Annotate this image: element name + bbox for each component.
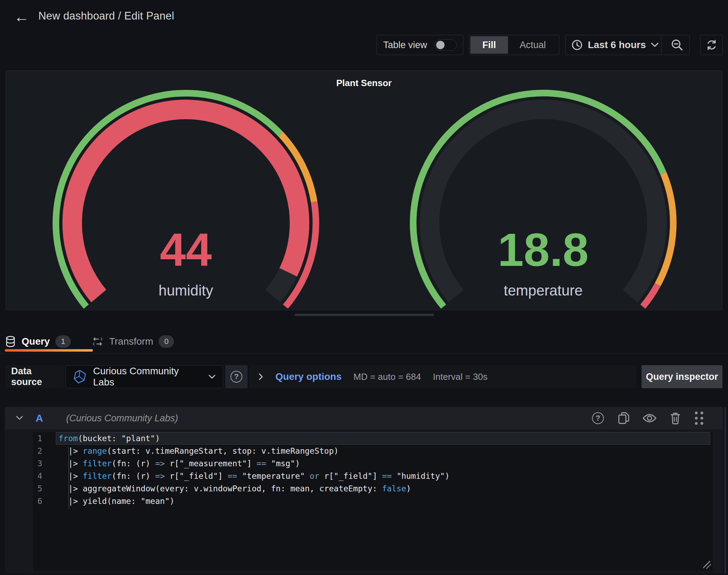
question-circle-icon: ? bbox=[592, 412, 604, 424]
duplicate-query-button[interactable] bbox=[616, 411, 631, 426]
eye-icon bbox=[642, 413, 657, 423]
datasource-label: Data source bbox=[5, 365, 63, 388]
svg-text:temperature: temperature bbox=[504, 282, 583, 299]
query-ref-id: A bbox=[36, 412, 43, 424]
fill-actual-switch: Fill Actual bbox=[469, 35, 559, 55]
query-count-badge: 1 bbox=[55, 335, 71, 348]
editor-resize-grip-icon[interactable] bbox=[703, 561, 711, 569]
code-line: 3 |> filter(fn: (r) => r["_measurement"]… bbox=[33, 457, 713, 470]
query-help-button[interactable]: ? bbox=[591, 411, 605, 426]
refresh-button[interactable] bbox=[700, 35, 723, 55]
magnifier-minus-icon bbox=[670, 38, 684, 52]
chevron-right-icon[interactable] bbox=[258, 373, 264, 381]
database-icon bbox=[5, 336, 16, 347]
query-inspector-button[interactable]: Query inspector bbox=[642, 365, 722, 388]
chevron-down-icon bbox=[651, 42, 659, 48]
trash-icon bbox=[670, 412, 681, 425]
zoom-out-button[interactable] bbox=[665, 35, 690, 55]
max-data-points-value: MD = auto = 684 bbox=[354, 371, 421, 382]
fill-button[interactable]: Fill bbox=[470, 36, 508, 54]
svg-text:18.8: 18.8 bbox=[498, 224, 589, 276]
time-range-label: Last 6 hours bbox=[588, 39, 646, 51]
code-line: 6 |> yield(name: "mean") bbox=[33, 495, 713, 507]
code-line: 2 |> range(start: v.timeRangeStart, stop… bbox=[33, 445, 713, 457]
tab-transform[interactable]: Transform 0 bbox=[92, 335, 174, 348]
query-options-toggle[interactable]: Query options bbox=[275, 371, 342, 382]
flux-code-editor[interactable]: 1from(bucket: "plant")2 |> range(start: … bbox=[33, 432, 713, 571]
question-circle-icon: ? bbox=[230, 371, 242, 383]
code-line: 1from(bucket: "plant") bbox=[33, 432, 713, 445]
code-lines: 1from(bucket: "plant")2 |> range(start: … bbox=[33, 432, 713, 507]
datasource-name: Curious Community Labs bbox=[93, 366, 202, 388]
disable-query-button[interactable] bbox=[642, 411, 657, 426]
svg-text:humidity: humidity bbox=[159, 282, 213, 299]
gauge-humidity: 44humidity bbox=[39, 64, 332, 308]
divider bbox=[661, 35, 661, 55]
clock-icon bbox=[571, 39, 583, 51]
query-row-a: A (Curious Community Labs) ? bbox=[5, 407, 723, 574]
remove-query-button[interactable] bbox=[668, 411, 683, 426]
table-view-control: Table view bbox=[377, 35, 463, 55]
divider bbox=[0, 353, 728, 353]
query-options-bar: Query options MD = auto = 684 Interval =… bbox=[250, 365, 637, 388]
table-view-label: Table view bbox=[383, 40, 427, 51]
svg-text:44: 44 bbox=[160, 224, 212, 276]
back-arrow-icon[interactable]: ← bbox=[12, 8, 31, 26]
top-nav: ← New dashboard / Edit Panel bbox=[0, 0, 728, 33]
transform-count-badge: 0 bbox=[159, 335, 174, 348]
duplicate-icon bbox=[617, 412, 630, 425]
datasource-picker[interactable]: Curious Community Labs bbox=[66, 365, 223, 388]
scrollbar[interactable] bbox=[725, 407, 726, 574]
code-line: 4 |> filter(fn: (r) => r["_field"] == "t… bbox=[33, 470, 713, 482]
table-view-toggle[interactable] bbox=[434, 39, 457, 51]
query-row-header: A (Curious Community Labs) ? bbox=[5, 407, 723, 429]
tab-query[interactable]: Query 1 bbox=[5, 335, 71, 348]
influxdb-cube-icon bbox=[73, 369, 87, 384]
active-tab-indicator bbox=[5, 349, 93, 352]
interval-value: Interval = 30s bbox=[433, 371, 487, 382]
chevron-down-icon bbox=[208, 374, 216, 380]
gauge-temperature: 18.8temperature bbox=[397, 64, 690, 308]
refresh-icon bbox=[705, 39, 718, 51]
datasource-help-button[interactable]: ? bbox=[225, 365, 248, 388]
panel-resize-handle[interactable] bbox=[295, 314, 434, 316]
tab-query-label: Query bbox=[22, 336, 50, 347]
code-line: 5 |> aggregateWindow(every: v.windowPeri… bbox=[33, 482, 713, 495]
collapse-chevron-icon[interactable] bbox=[15, 415, 24, 421]
transform-icon bbox=[92, 336, 104, 347]
breadcrumb: New dashboard / Edit Panel bbox=[38, 10, 174, 22]
toggle-knob bbox=[436, 41, 445, 49]
drag-grip-icon[interactable] bbox=[694, 411, 704, 426]
actual-button[interactable]: Actual bbox=[508, 36, 558, 54]
query-datasource-hint: (Curious Community Labs) bbox=[66, 413, 178, 424]
tab-transform-label: Transform bbox=[109, 336, 153, 347]
query-row-actions: ? bbox=[591, 411, 704, 426]
